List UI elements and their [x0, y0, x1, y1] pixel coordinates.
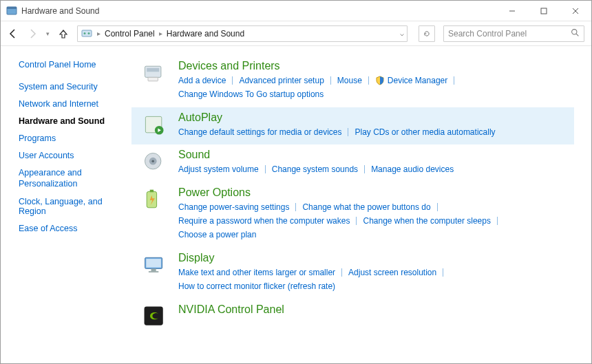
- link-advanced-printer-setup[interactable]: Advanced printer setup: [239, 74, 324, 87]
- category-title-link[interactable]: Devices and Printers: [178, 60, 280, 72]
- autoplay-icon: [141, 111, 167, 138]
- svg-point-9: [572, 29, 577, 34]
- category-sound: Sound Adjust system volume Change system…: [131, 144, 574, 182]
- link-choose-a-power-plan[interactable]: Choose a power plan: [178, 228, 256, 242]
- devices-and-printers-icon: [141, 60, 167, 86]
- svg-rect-20: [150, 189, 154, 192]
- link-adjust-screen-resolution[interactable]: Adjust screen resolution: [348, 266, 436, 279]
- category-display: Display Make text and other items larger…: [131, 248, 574, 299]
- category-title-link[interactable]: Power Options: [178, 186, 251, 199]
- svg-point-18: [151, 160, 154, 163]
- power-options-icon: [141, 186, 167, 213]
- link-adjust-system-volume[interactable]: Adjust system volume: [178, 162, 259, 176]
- sidebar-item-user-accounts[interactable]: User Accounts: [19, 151, 123, 160]
- sound-icon: [141, 149, 167, 175]
- svg-rect-11: [145, 66, 161, 77]
- sidebar-item-clock-language-region[interactable]: Clock, Language, and Region: [19, 197, 123, 216]
- breadcrumb: Control Panel ▸ Hardware and Sound: [105, 29, 244, 39]
- link-change-system-sounds[interactable]: Change system sounds: [272, 162, 358, 176]
- link-monitor-flicker[interactable]: How to correct monitor flicker (refresh …: [178, 279, 335, 293]
- close-button[interactable]: [560, 1, 591, 21]
- link-require-password-on-wake[interactable]: Require a password when the computer wak…: [178, 214, 350, 228]
- link-change-when-computer-sleeps[interactable]: Change when the computer sleeps: [363, 214, 490, 228]
- titlebar: Hardware and Sound: [1, 1, 591, 21]
- sidebar-home-link[interactable]: Control Panel Home: [19, 60, 123, 69]
- search-input[interactable]: Search Control Panel: [443, 25, 584, 42]
- address-bar[interactable]: ▸ Control Panel ▸ Hardware and Sound ⌵: [77, 25, 408, 42]
- svg-rect-3: [541, 8, 547, 14]
- category-power-options: Power Options Change power-saving settin…: [131, 182, 574, 248]
- sidebar-item-network-and-internet[interactable]: Network and Internet: [19, 99, 123, 109]
- chevron-right-icon: ▸: [97, 30, 101, 37]
- back-button[interactable]: [8, 28, 19, 39]
- content-area: Devices and Printers Add a device Advanc…: [131, 46, 591, 363]
- address-dropdown-icon[interactable]: ⌵: [400, 30, 404, 37]
- category-title-link[interactable]: Sound: [178, 149, 210, 161]
- link-make-text-larger[interactable]: Make text and other items larger or smal…: [178, 266, 335, 279]
- category-devices-and-printers: Devices and Printers Add a device Advanc…: [131, 56, 574, 107]
- svg-point-7: [84, 32, 86, 34]
- display-icon: [141, 252, 167, 278]
- link-add-a-device[interactable]: Add a device: [178, 74, 226, 87]
- forward-button[interactable]: [27, 28, 38, 39]
- chevron-right-icon: ▸: [159, 30, 162, 37]
- category-title-link[interactable]: NVIDIA Control Panel: [178, 303, 284, 316]
- sidebar: Control Panel Home System and Security N…: [1, 46, 131, 363]
- link-change-default-media-settings[interactable]: Change default settings for media or dev…: [178, 125, 341, 139]
- svg-rect-6: [82, 30, 92, 36]
- breadcrumb-root[interactable]: Control Panel: [105, 29, 155, 39]
- sidebar-item-ease-of-access[interactable]: Ease of Access: [19, 224, 123, 233]
- svg-rect-13: [148, 77, 158, 81]
- svg-line-10: [576, 34, 578, 36]
- search-placeholder: Search Control Panel: [448, 29, 527, 39]
- nvidia-icon: [141, 303, 167, 330]
- link-manage-audio-devices[interactable]: Manage audio devices: [371, 162, 454, 176]
- svg-rect-24: [149, 271, 158, 272]
- category-title-link[interactable]: Display: [178, 252, 214, 264]
- minimize-button[interactable]: [496, 1, 528, 21]
- control-panel-icon: [81, 28, 93, 40]
- link-change-power-saving-settings[interactable]: Change power-saving settings: [178, 200, 289, 214]
- link-change-power-buttons[interactable]: Change what the power buttons do: [302, 200, 430, 214]
- category-nvidia-control-panel: NVIDIA Control Panel: [131, 299, 574, 335]
- svg-rect-23: [151, 268, 156, 271]
- category-autoplay[interactable]: AutoPlay Change default settings for med…: [131, 107, 574, 144]
- shield-icon: [375, 76, 385, 85]
- address-toolbar: ▾ ▸ Control Panel ▸ Hardware and Sound ⌵…: [1, 21, 591, 46]
- link-device-manager[interactable]: Device Manager: [375, 74, 447, 87]
- svg-rect-12: [147, 68, 159, 72]
- svg-rect-22: [146, 259, 161, 268]
- svg-point-8: [88, 32, 90, 34]
- svg-rect-1: [7, 7, 17, 9]
- svg-rect-25: [145, 306, 163, 325]
- link-change-windows-to-go[interactable]: Change Windows To Go startup options: [178, 87, 324, 101]
- breadcrumb-current[interactable]: Hardware and Sound: [167, 29, 244, 39]
- window-title: Hardware and Sound: [21, 6, 99, 16]
- sidebar-item-appearance-and-personalization[interactable]: Appearance and Personalization: [19, 168, 123, 189]
- maximize-button[interactable]: [528, 1, 560, 21]
- up-button[interactable]: [58, 28, 69, 39]
- sidebar-item-hardware-and-sound[interactable]: Hardware and Sound: [19, 116, 123, 126]
- history-dropdown-icon[interactable]: ▾: [46, 30, 50, 37]
- search-icon: [571, 28, 580, 39]
- link-mouse[interactable]: Mouse: [337, 74, 362, 87]
- sidebar-item-programs[interactable]: Programs: [19, 133, 123, 143]
- refresh-button[interactable]: [419, 25, 435, 42]
- sidebar-item-system-and-security[interactable]: System and Security: [19, 82, 123, 92]
- control-panel-window-icon: [6, 6, 17, 17]
- category-title-link[interactable]: AutoPlay: [178, 111, 222, 124]
- link-play-cds-automatically[interactable]: Play CDs or other media automatically: [355, 125, 495, 139]
